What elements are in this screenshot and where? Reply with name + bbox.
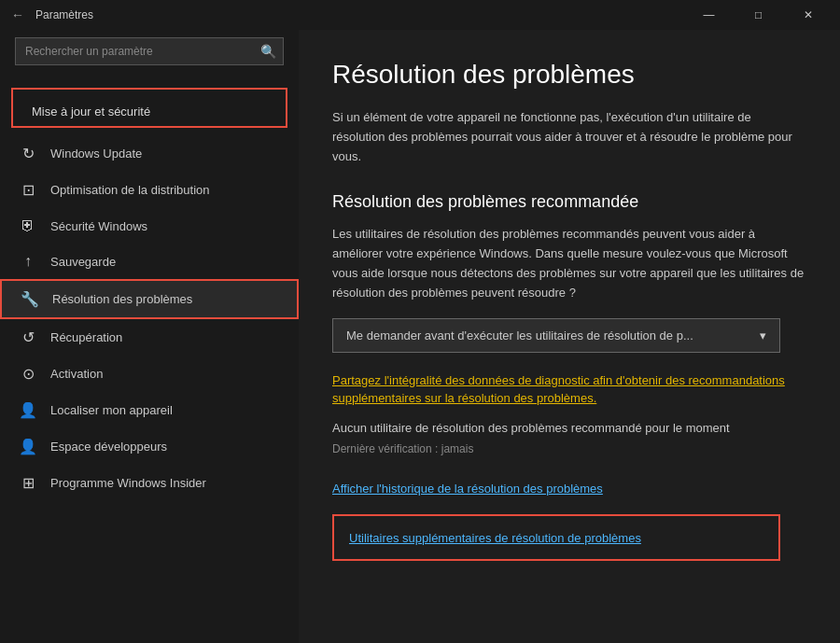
section-title: Résolution des problèmes recommandée <box>332 192 806 212</box>
security-icon: ⛨ <box>19 217 37 234</box>
sidebar-item-label-distribution: Optimisation de la distribution <box>50 183 210 197</box>
search-input[interactable] <box>15 37 284 65</box>
windows-update-icon: ↻ <box>19 145 37 162</box>
sidebar-item-resolution[interactable]: 🔧Résolution des problèmes <box>0 279 299 319</box>
sidebar-item-label-resolution: Résolution des problèmes <box>52 292 192 306</box>
window-controls: — □ ✕ <box>688 0 829 30</box>
titlebar: ← Paramètres — □ ✕ <box>0 0 840 30</box>
more-tools-link[interactable]: Utilitaires supplémentaires de résolutio… <box>349 531 641 545</box>
more-tools-box: Utilitaires supplémentaires de résolutio… <box>332 514 780 561</box>
maximize-button[interactable]: □ <box>737 0 779 30</box>
search-box: 🔍 <box>15 37 284 65</box>
resolution-icon: 🔧 <box>21 290 39 308</box>
recuperation-icon: ↺ <box>19 328 37 346</box>
minimize-button[interactable]: — <box>688 0 730 30</box>
sidebar-item-insider[interactable]: ⊞Programme Windows Insider <box>0 465 299 501</box>
page-title: Résolution des problèmes <box>332 60 806 90</box>
no-items-text: Aucun utilitaire de résolution des probl… <box>332 421 806 435</box>
insider-icon: ⊞ <box>19 474 37 492</box>
sidebar-item-activation[interactable]: ⊙Activation <box>0 356 299 392</box>
sidebar-item-label-dev: Espace développeurs <box>50 440 167 454</box>
back-button[interactable]: ← <box>11 7 24 22</box>
main-container: 🔍 Mise à jour et sécurité ↻Windows Updat… <box>0 30 840 643</box>
sidebar: 🔍 Mise à jour et sécurité ↻Windows Updat… <box>0 30 299 643</box>
sauvegarde-icon: ↑ <box>19 253 37 270</box>
sidebar-item-dev[interactable]: 👤Espace développeurs <box>0 428 299 465</box>
sidebar-item-security[interactable]: ⛨Sécurité Windows <box>0 208 299 244</box>
section-text: Les utilitaires de résolution des problè… <box>332 225 806 302</box>
sidebar-section-header[interactable]: Mise à jour et sécurité <box>11 88 287 128</box>
sidebar-item-windows-update[interactable]: ↻Windows Update <box>0 135 299 172</box>
close-button[interactable]: ✕ <box>787 0 829 30</box>
history-link[interactable]: Afficher l'historique de la résolution d… <box>332 482 806 496</box>
yellow-diagnostic-link[interactable]: Partagez l'intégralité des données de di… <box>332 371 806 408</box>
sidebar-item-label-sauvegarde: Sauvegarde <box>50 255 116 269</box>
sidebar-item-sauvegarde[interactable]: ↑Sauvegarde <box>0 244 299 279</box>
nav-items: ↻Windows Update⊡Optimisation de la distr… <box>0 135 299 501</box>
sidebar-item-label-localiser: Localiser mon appareil <box>50 403 173 417</box>
intro-text: Si un élément de votre appareil ne fonct… <box>332 108 806 166</box>
localiser-icon: 👤 <box>19 401 37 419</box>
dev-icon: 👤 <box>19 438 37 455</box>
sidebar-item-label-windows-update: Windows Update <box>50 147 142 161</box>
search-icon: 🔍 <box>260 44 276 59</box>
dropdown-label: Me demander avant d'exécuter les utilita… <box>346 328 693 342</box>
sidebar-item-recuperation[interactable]: ↺Récupération <box>0 319 299 356</box>
sidebar-item-label-insider: Programme Windows Insider <box>50 476 206 490</box>
sidebar-item-localiser[interactable]: 👤Localiser mon appareil <box>0 392 299 428</box>
last-check-text: Dernière vérification : jamais <box>332 442 806 455</box>
activation-icon: ⊙ <box>19 365 37 383</box>
sidebar-item-label-security: Sécurité Windows <box>50 219 147 233</box>
sidebar-item-label-activation: Activation <box>50 367 103 381</box>
chevron-down-icon: ▾ <box>760 328 766 342</box>
troubleshoot-dropdown[interactable]: Me demander avant d'exécuter les utilita… <box>332 318 780 353</box>
sidebar-item-label-recuperation: Récupération <box>50 330 122 344</box>
sidebar-item-distribution[interactable]: ⊡Optimisation de la distribution <box>0 172 299 208</box>
app-title: Paramètres <box>35 8 93 21</box>
distribution-icon: ⊡ <box>19 181 37 199</box>
content-area: Résolution des problèmes Si un élément d… <box>299 30 840 643</box>
